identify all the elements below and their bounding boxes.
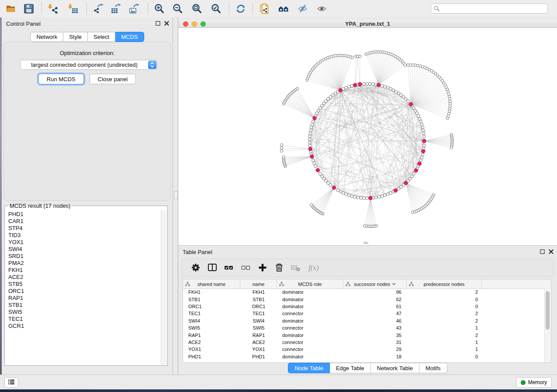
table-row[interactable]: RAP1RAP1dominator352 (183, 331, 545, 338)
column-settings-button[interactable] (190, 262, 201, 273)
table-cell: 18 (343, 354, 407, 359)
delete-column-button[interactable] (273, 262, 285, 273)
mcds-result-item[interactable]: RAP1 (8, 295, 161, 302)
table-scrollbar[interactable] (544, 289, 551, 362)
close-mcds-panel-button[interactable]: Close panel (90, 74, 136, 84)
table-row[interactable]: SWI4SWI4dominator462 (183, 317, 545, 324)
hide-graphics-details-button[interactable] (297, 3, 308, 14)
table-scrollbar-thumb[interactable] (546, 291, 550, 330)
table-row[interactable]: TEC1TEC1connector472 (183, 310, 545, 317)
table-toolbar: f(x) (182, 258, 554, 277)
table-row[interactable]: SWI5SWI5connector431 (183, 324, 545, 331)
delete-table-button[interactable] (290, 262, 301, 273)
mcds-result-item[interactable]: ACE2 (8, 274, 161, 281)
zoom-fit-button[interactable] (191, 3, 203, 14)
maximize-window-button[interactable] (201, 21, 206, 27)
export-network-icon (93, 3, 104, 14)
float-panel-button[interactable] (156, 21, 160, 26)
zoom-out-button[interactable] (172, 3, 183, 14)
column-header-successor-nodes[interactable]: successor nodes (343, 279, 407, 289)
table-row[interactable]: ACE2ACE2connector311 (183, 339, 545, 346)
search-input[interactable] (440, 5, 547, 12)
tab-mcds[interactable]: MCDS (115, 32, 144, 42)
import-table-button[interactable] (67, 3, 79, 14)
mcds-result-item[interactable]: ORC1 (8, 288, 161, 295)
refresh-layout-button[interactable] (235, 3, 246, 14)
mcds-result-item[interactable]: TID3 (8, 232, 161, 239)
network-view-canvas[interactable] (178, 28, 557, 245)
column-header-predecessor-nodes[interactable]: predecessor nodes (407, 279, 482, 289)
mcds-result-item[interactable]: TEC1 (8, 316, 161, 323)
tab-select[interactable]: Select (88, 32, 115, 42)
delete-table-icon (290, 262, 301, 273)
table-row[interactable]: PHD1PHD1dominator180 (183, 353, 545, 360)
network-graph[interactable] (178, 28, 557, 245)
mcds-result-item[interactable]: SWI5 (8, 309, 161, 316)
unselect-all-button[interactable] (240, 262, 252, 273)
mcds-result-item[interactable]: FKH1 (8, 267, 161, 274)
table-cell: dominator (277, 289, 343, 295)
tab-style[interactable]: Style (63, 32, 88, 42)
close-window-button[interactable] (183, 21, 188, 27)
select-all-button[interactable] (223, 262, 235, 273)
column-header-filler (482, 279, 551, 289)
zoom-in-button[interactable] (154, 3, 165, 14)
minimize-window-button[interactable] (192, 21, 197, 27)
column-header-mcds-role[interactable]: MCDS role (277, 279, 343, 289)
memory-button[interactable]: Memory (516, 377, 552, 388)
import-network-button[interactable] (47, 3, 59, 14)
export-table-button[interactable] (110, 3, 121, 14)
open-session-button[interactable] (5, 3, 17, 14)
main-splitter[interactable] (173, 17, 178, 375)
save-session-button[interactable] (23, 3, 35, 14)
mcds-result-item[interactable]: STB1 (8, 302, 161, 309)
mcds-result-item[interactable]: STP4 (8, 225, 161, 232)
show-panels-list-button[interactable] (4, 377, 18, 388)
tab-network-table[interactable]: Network Table (371, 363, 419, 373)
export-image-button[interactable] (128, 3, 140, 14)
optimization-criterion-select[interactable]: largest connected component (undirected) (20, 60, 157, 70)
table-cell: 1 (407, 325, 482, 330)
mcds-result-item[interactable]: PHD1 (8, 211, 161, 218)
column-header-shared-name[interactable]: shared name (183, 279, 240, 289)
table-cell: 62 (343, 297, 407, 302)
function-builder-button[interactable]: f(x) (308, 262, 323, 273)
network-window-titlebar[interactable]: YPA_prune.txt_1 (178, 20, 557, 28)
tab-node-table[interactable]: Node Table (288, 363, 330, 373)
mcds-result-item[interactable]: YOX1 (8, 239, 161, 246)
mcds-result-item[interactable]: CAR1 (8, 218, 161, 225)
split-panel-button[interactable] (207, 262, 218, 273)
import-table-icon (67, 3, 79, 14)
splitter-handle[interactable] (174, 191, 178, 199)
share-network-file-button[interactable] (259, 3, 270, 14)
zoom-fit-icon (191, 3, 203, 14)
show-graphics-details-button[interactable] (316, 3, 328, 14)
column-header-name[interactable]: name (240, 279, 277, 289)
run-mcds-button[interactable]: Run MCDS (38, 74, 84, 84)
tab-edge-table[interactable]: Edge Table (330, 363, 371, 373)
tab-motifs[interactable]: Motifs (419, 363, 447, 373)
mcds-result-item[interactable]: STB5 (8, 281, 161, 288)
tab-network[interactable]: Network (30, 32, 63, 42)
mcds-result-item[interactable]: SWI4 (8, 246, 161, 253)
table-row[interactable]: STB1STB1dominator620 (183, 296, 545, 303)
zoom-selected-button[interactable] (211, 3, 222, 14)
mcds-result-item[interactable]: PMA2 (8, 260, 161, 267)
add-column-button[interactable] (257, 262, 268, 273)
network-hscroll-thumb[interactable] (363, 242, 368, 244)
network-overview-button[interactable] (278, 3, 289, 14)
mcds-result-scrollbar[interactable] (161, 210, 167, 365)
table-cell: PHD1 (183, 354, 240, 359)
mcds-result-item[interactable]: SRD1 (8, 253, 161, 260)
table-cell: 0 (407, 354, 482, 359)
desktop-wallpaper-bottom (0, 389, 557, 392)
node-table: shared namenameMCDS rolesuccessor nodesp… (183, 279, 551, 363)
close-panel-button[interactable] (164, 21, 169, 26)
table-row[interactable]: ORC1ORC1dominator610 (183, 303, 545, 310)
mcds-result-item[interactable]: GCR1 (8, 323, 161, 330)
export-network-button[interactable] (93, 3, 104, 14)
table-row[interactable]: FKH1FKH1dominator962 (183, 289, 545, 296)
float-panel-button[interactable] (540, 249, 545, 254)
close-panel-button[interactable] (549, 249, 554, 254)
table-row[interactable]: YOX1YOX1connector291 (183, 346, 545, 353)
